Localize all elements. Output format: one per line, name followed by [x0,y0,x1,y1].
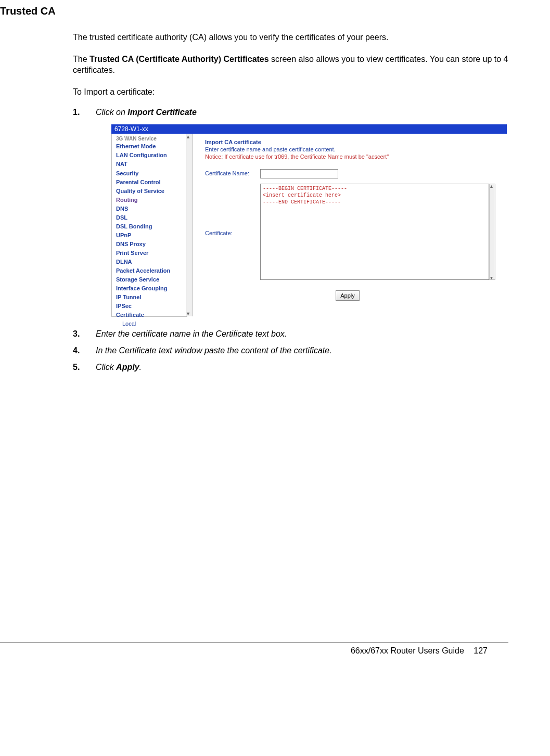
step-5-pre: Click [96,363,116,371]
sidebar-item-storage[interactable]: Storage Service [116,275,187,284]
cert-name-label: Certificate Name: [205,169,260,176]
panel-notice: Notice: If certificate use for tr069, th… [205,153,490,160]
step-1-bold: Import Certificate [127,108,196,117]
cert-name-input[interactable] [260,169,338,178]
step-4-text: In the Certificate text window paste the… [96,346,508,355]
sidebar-item-parental[interactable]: Parental Control [116,178,187,187]
sidebar-item-routing[interactable]: Routing [116,196,187,204]
sidebar-item-iface-group[interactable]: Interface Grouping [116,284,187,293]
intro-paragraph-2: The Trusted CA (Certificate Authority) C… [73,54,508,76]
intro2-bold: Trusted CA (Certificate Authority) Certi… [89,55,269,63]
window-titlebar: 6728-W1-xx [111,124,507,134]
sidebar-item-dns-proxy[interactable]: DNS Proxy [116,240,187,249]
sidebar-item-dsl[interactable]: DSL [116,213,187,222]
sidebar-item-security[interactable]: Security [116,169,187,178]
sidebar-item-upnp[interactable]: UPnP [116,231,187,240]
step-1: 1. Click on Import Certificate [73,108,508,117]
step-5: 5. Click Apply. [73,363,508,372]
intro2-pre: The [73,55,89,63]
footer-guide: 66xx/67xx Router Users Guide [351,646,464,655]
step-1-text: Click on Import Certificate [96,108,508,117]
intro-paragraph-1: The trusted certificate authority (CA) a… [73,32,508,43]
sidebar-item-dsl-bonding[interactable]: DSL Bonding [116,222,187,231]
textarea-scrollbar[interactable] [489,184,495,280]
step-3-number: 3. [73,329,96,339]
footer-page-number: 127 [474,646,488,655]
cert-textarea[interactable] [260,184,489,280]
step-5-post: . [139,363,142,371]
sidebar-item-lan[interactable]: LAN Configuration [116,151,187,160]
step-5-text: Click Apply. [96,363,508,372]
panel-desc: Enter certificate name and paste certifi… [205,146,490,152]
sidebar-item-certificate[interactable]: Certificate [116,311,187,319]
sidebar-item-ip-tunnel[interactable]: IP Tunnel [116,293,187,302]
intro-paragraph-3: To Import a certificate: [73,86,508,98]
sidebar-nav: 3G WAN Service Ethernet Mode LAN Configu… [111,134,187,317]
cert-label: Certificate: [205,229,260,236]
sidebar-item-ethernet[interactable]: Ethernet Mode [116,142,187,151]
cert-row: Certificate: [205,184,490,281]
section-title: Trusted CA [0,5,508,17]
embedded-screenshot: 6728-W1-xx 3G WAN Service Ethernet Mode … [111,124,507,317]
apply-button[interactable]: Apply [336,290,360,301]
step-5-number: 5. [73,363,96,372]
main-panel: Import CA certificate Enter certificate … [187,134,507,317]
sidebar-item-3g-wan[interactable]: 3G WAN Service [116,136,187,142]
sidebar-item-dns[interactable]: DNS [116,204,187,213]
sidebar-item-cert-local[interactable]: Local [122,319,187,328]
sidebar-item-print-server[interactable]: Print Server [116,249,187,258]
sidebar-item-qos[interactable]: Quality of Service [116,187,187,196]
page-footer: 66xx/67xx Router Users Guide 127 [0,643,508,656]
step-1-pre: Click on [96,108,127,117]
step-1-number: 1. [73,108,96,117]
step-3: 3. Enter the certificate name in the Cer… [73,329,508,339]
panel-heading: Import CA certificate [205,139,490,145]
sidebar-item-nat[interactable]: NAT [116,160,187,169]
sidebar-item-ipsec[interactable]: IPSec [116,302,187,311]
sidebar-item-dlna[interactable]: DLNA [116,258,187,266]
step-3-text: Enter the certificate name in the Certif… [96,329,508,339]
sidebar-item-packet-accel[interactable]: Packet Acceleration [116,266,187,275]
cert-name-row: Certificate Name: [205,169,490,178]
step-5-bold: Apply [116,363,139,371]
step-4: 4. In the Certificate text window paste … [73,346,508,355]
step-4-number: 4. [73,346,96,355]
